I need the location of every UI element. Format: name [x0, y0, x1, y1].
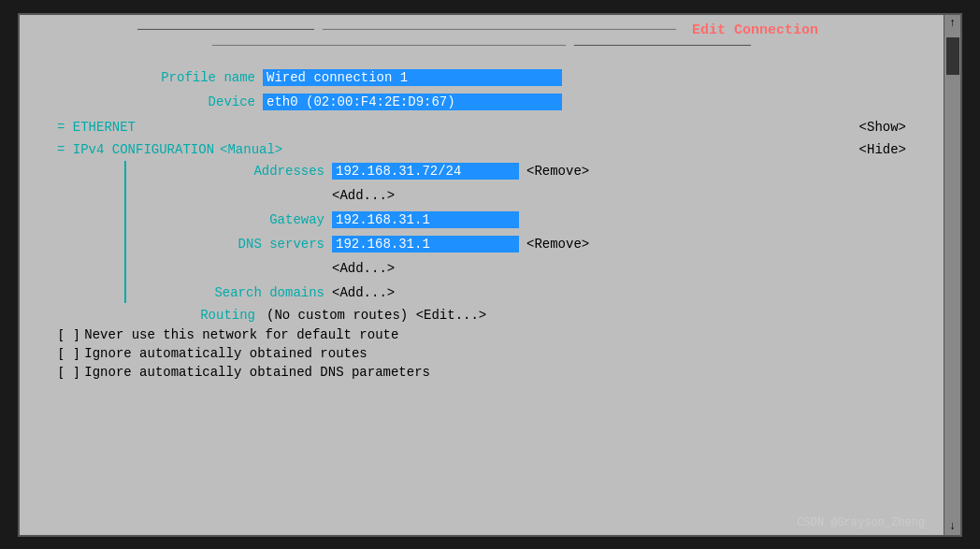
- search-domains-add-button[interactable]: <Add...>: [332, 285, 395, 300]
- addresses-input[interactable]: 192.168.31.72/24: [332, 163, 519, 180]
- routing-label: Routing: [57, 308, 263, 323]
- ethernet-label: = ETHERNET: [57, 120, 136, 135]
- ipv4-section: = IPv4 CONFIGURATION <Manual> <Hide>: [57, 142, 925, 157]
- addresses-add-button[interactable]: <Add...>: [332, 188, 395, 203]
- scrollbar[interactable]: ↑ ↓: [944, 15, 960, 535]
- dns-label: DNS servers: [126, 237, 332, 252]
- checkbox1-label: Never use this network for default route: [84, 327, 398, 342]
- dns-add-row: <Add...>: [126, 258, 925, 279]
- scroll-thumb[interactable]: [946, 37, 959, 75]
- checkbox3[interactable]: [ ]: [57, 365, 80, 380]
- addresses-row: Addresses 192.168.31.72/24 <Remove>: [126, 161, 925, 181]
- scroll-up-arrow[interactable]: ↑: [949, 17, 956, 30]
- scroll-down-arrow[interactable]: ↓: [949, 520, 956, 533]
- device-row: Device eth0 (02:00:F4:2E:D9:67): [57, 92, 925, 112]
- ipv4-hide-button[interactable]: <Hide>: [859, 142, 906, 157]
- addresses-label: Addresses: [126, 164, 332, 179]
- checkbox3-label: Ignore automatically obtained DNS parame…: [84, 365, 430, 380]
- routing-row: Routing (No custom routes) <Edit...>: [57, 307, 925, 324]
- dns-remove-button[interactable]: <Remove>: [526, 237, 589, 252]
- gateway-label: Gateway: [126, 212, 332, 227]
- profile-name-label: Profile name: [57, 70, 263, 85]
- device-label: Device: [57, 94, 263, 109]
- ethernet-show-button[interactable]: <Show>: [859, 120, 906, 135]
- checkbox1-row: [ ] Never use this network for default r…: [57, 327, 925, 342]
- search-domains-label: Search domains: [126, 285, 332, 300]
- checkbox2-row: [ ] Ignore automatically obtained routes: [57, 346, 925, 361]
- ethernet-section: = ETHERNET <Show>: [57, 120, 925, 135]
- routing-value[interactable]: (No custom routes) <Edit...>: [263, 307, 490, 324]
- checkbox2[interactable]: [ ]: [57, 346, 80, 361]
- search-domains-row: Search domains <Add...>: [126, 282, 925, 303]
- watermark: CSDN @Grayson_Zheng: [797, 516, 925, 529]
- dns-row: DNS servers 192.168.31.1 <Remove>: [126, 234, 925, 254]
- dns-input[interactable]: 192.168.31.1: [332, 236, 519, 253]
- ipv4-label: = IPv4 CONFIGURATION: [57, 142, 214, 157]
- gateway-row: Gateway 192.168.31.1: [126, 209, 925, 230]
- profile-name-input[interactable]: Wired connection 1: [263, 69, 562, 86]
- window-title: Edit Connection: [685, 22, 826, 38]
- gateway-input[interactable]: 192.168.31.1: [332, 211, 519, 228]
- checkbox3-row: [ ] Ignore automatically obtained DNS pa…: [57, 365, 925, 380]
- device-value[interactable]: eth0 (02:00:F4:2E:D9:67): [263, 94, 562, 110]
- profile-name-row: Profile name Wired connection 1: [57, 67, 925, 88]
- title-bar: ────────────────────────────────────────…: [20, 15, 944, 60]
- dns-add-button[interactable]: <Add...>: [332, 261, 395, 276]
- addresses-remove-button[interactable]: <Remove>: [526, 164, 589, 179]
- checkbox2-label: Ignore automatically obtained routes: [84, 346, 367, 361]
- checkbox1[interactable]: [ ]: [57, 327, 80, 342]
- addresses-add-row: <Add...>: [126, 185, 925, 206]
- ipv4-mode[interactable]: <Manual>: [220, 142, 282, 157]
